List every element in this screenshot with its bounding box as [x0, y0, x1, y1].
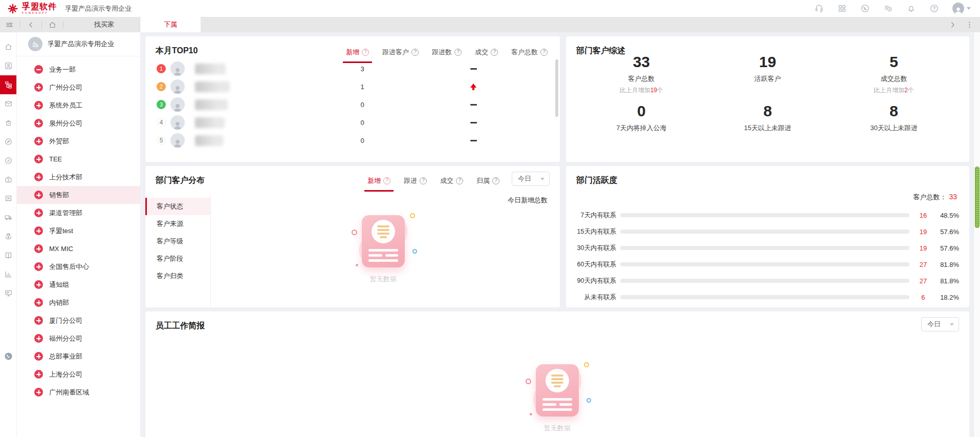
workbench-monitor-icon[interactable] [0, 284, 16, 303]
expand-icon[interactable] [34, 352, 43, 361]
knowledge-book-icon[interactable] [0, 246, 16, 265]
marketing-a-icon[interactable]: A [0, 151, 16, 170]
help-icon[interactable] [454, 49, 462, 56]
sidebar-item[interactable]: 孚盟test [17, 222, 140, 240]
help-icon[interactable] [383, 177, 390, 184]
expand-icon[interactable] [34, 244, 43, 253]
menu-customer-level[interactable]: 客户等级 [145, 233, 210, 250]
menu-customer-stage[interactable]: 客户阶段 [145, 250, 210, 267]
expand-icon[interactable] [34, 388, 43, 397]
sidebar-item[interactable]: 福州分公司 [17, 329, 140, 347]
expand-icon[interactable] [34, 226, 43, 235]
expand-icon[interactable] [34, 101, 43, 110]
compass-icon[interactable] [0, 132, 16, 151]
card-scrollbar[interactable] [555, 59, 558, 117]
sidebar-item[interactable]: 总部事业部 [17, 347, 140, 365]
top10-row[interactable]: 2 1 [157, 77, 548, 96]
menu-customer-category[interactable]: 客户归类 [145, 267, 210, 285]
bell-icon[interactable] [906, 4, 916, 13]
expand-icon[interactable] [34, 155, 43, 163]
mail-icon[interactable] [0, 94, 16, 113]
top10-row[interactable]: 5 0 [157, 131, 548, 150]
tab-followup[interactable]: 跟进 [404, 176, 427, 190]
sidebar-item[interactable]: 内销部 [17, 294, 140, 311]
help-icon[interactable] [492, 177, 499, 184]
collapse-sidebar-icon[interactable] [5, 20, 14, 29]
sidebar-item[interactable]: 全国售后中心 [17, 258, 140, 276]
sidebar-item[interactable]: 厦门分公司 [17, 311, 140, 329]
orders-bag-icon[interactable] [0, 113, 16, 132]
top10-row[interactable]: 1 3 [157, 59, 548, 78]
expand-icon[interactable] [34, 316, 43, 325]
tab-find-buyers[interactable]: 找买家 [69, 17, 140, 32]
org-header[interactable]: 孚盟产品演示专用企业 [17, 32, 140, 56]
contacts-icon[interactable] [0, 56, 16, 75]
tab-ownership[interactable]: 归属 [476, 176, 499, 190]
help-icon[interactable] [362, 49, 369, 56]
org-structure-icon[interactable] [0, 75, 16, 94]
sidebar-item[interactable]: 外贸部 [17, 132, 140, 150]
top10-row[interactable]: 4 0 [157, 113, 548, 132]
help-icon[interactable] [929, 4, 939, 13]
period-dropdown[interactable]: 今日 [512, 172, 550, 186]
home-tab-icon[interactable] [48, 20, 57, 29]
home-icon[interactable] [0, 37, 16, 56]
tab-deals[interactable]: 成交 [440, 176, 463, 190]
expand-icon[interactable] [34, 137, 43, 145]
report-chart-icon[interactable] [0, 265, 16, 284]
app-logo[interactable]: 孚盟软件 FUMASOFT [7, 3, 57, 14]
sidebar-item[interactable]: 渠道管理部 [17, 204, 140, 222]
more-dots-icon[interactable] [965, 20, 974, 29]
sidebar-item-label: 系统外员工 [49, 101, 82, 110]
sidebar-item[interactable]: TEE [17, 150, 140, 168]
expand-icon[interactable] [34, 119, 43, 128]
expand-icon[interactable] [34, 334, 43, 343]
expand-icon[interactable] [34, 298, 43, 307]
forward-chevron-icon[interactable] [948, 20, 957, 29]
help-icon[interactable] [411, 49, 419, 56]
menu-customer-source[interactable]: 客户来源 [145, 215, 210, 233]
back-chevron-icon[interactable] [27, 20, 35, 29]
sidebar-item[interactable]: 业务一部 [17, 60, 140, 78]
sidebar-item[interactable]: 泉州分公司 [17, 114, 140, 132]
headset-icon[interactable] [814, 4, 824, 13]
sidebar-item[interactable]: MX MIC [17, 240, 140, 258]
whatsapp-icon[interactable] [0, 347, 16, 366]
period-dropdown[interactable]: 今日 [921, 317, 959, 331]
help-icon[interactable] [456, 177, 463, 184]
tab-subordinates[interactable]: 下属 [140, 17, 201, 32]
page-scrollbar[interactable] [973, 32, 980, 437]
finance-moneybag-icon[interactable] [0, 227, 16, 246]
sidebar-item[interactable]: 上分技术部 [17, 168, 140, 186]
logistics-truck-icon[interactable] [0, 208, 16, 227]
expand-icon[interactable] [34, 370, 43, 379]
invoice-icon[interactable] [0, 189, 16, 208]
sidebar-item[interactable]: 广州南番区域 [17, 383, 140, 401]
apps-grid-icon[interactable] [837, 4, 847, 13]
user-menu[interactable] [952, 3, 971, 14]
help-icon[interactable] [540, 49, 548, 56]
tab-new[interactable]: 新增 [367, 176, 390, 190]
sidebar-item[interactable]: 广州分公司 [17, 78, 140, 96]
business-case-icon[interactable]: $ [0, 170, 16, 189]
help-icon[interactable] [420, 177, 427, 184]
sidebar-item[interactable]: 通知组 [17, 276, 140, 294]
expand-icon[interactable] [34, 209, 43, 217]
expand-icon[interactable] [34, 191, 43, 199]
distribution-menu: 客户状态 客户来源 客户等级 客户阶段 客户归类 [145, 195, 211, 307]
redacted-name [195, 81, 230, 92]
sidebar-item-sales-dept[interactable]: 销售部 [17, 186, 140, 204]
todo-clock-icon[interactable] [883, 4, 893, 13]
collapse-icon[interactable] [34, 65, 43, 74]
expand-icon[interactable] [34, 173, 43, 181]
sidebar-item[interactable]: 系统外员工 [17, 96, 140, 114]
expand-icon[interactable] [34, 280, 43, 289]
sidebar-item[interactable]: 上海分公司 [17, 365, 140, 383]
help-icon[interactable] [491, 49, 498, 56]
expand-icon[interactable] [34, 262, 43, 271]
top10-row[interactable]: 3 0 [157, 95, 548, 114]
menu-customer-status[interactable]: 客户状态 [145, 198, 210, 215]
scrollbar-thumb[interactable] [975, 167, 979, 228]
whatsapp-icon[interactable] [860, 4, 870, 13]
expand-icon[interactable] [34, 83, 43, 92]
